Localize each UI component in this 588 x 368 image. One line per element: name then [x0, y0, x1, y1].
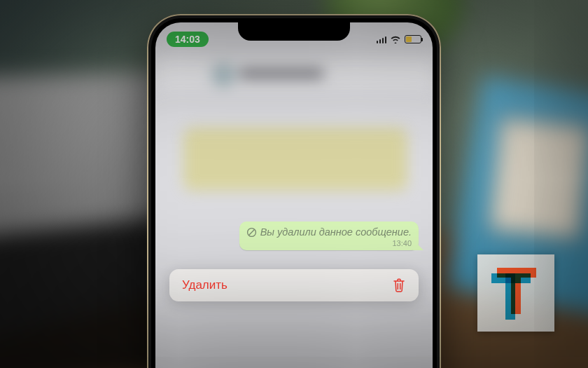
prohibited-icon — [246, 227, 257, 238]
blurred-chat-background — [155, 22, 433, 368]
notch — [238, 22, 350, 41]
wifi-icon — [390, 35, 401, 43]
deleted-message-text: Вы удалили данное сообщение. — [260, 226, 412, 238]
battery-icon — [405, 35, 421, 43]
delete-button-label: Удалить — [182, 278, 227, 292]
phone-frame: 14:03 — [147, 14, 441, 368]
svg-line-1 — [248, 229, 254, 235]
logo-watermark — [477, 254, 554, 332]
phone-screen: 14:03 — [155, 22, 433, 368]
deleted-message-bubble[interactable]: Вы удалили данное сообщение. 13:40 — [239, 222, 419, 250]
delete-button[interactable]: Удалить — [169, 269, 419, 301]
message-timestamp: 13:40 — [246, 239, 412, 247]
cellular-signal-icon — [377, 36, 387, 43]
status-time-pill: 14:03 — [167, 32, 209, 47]
trash-icon — [392, 278, 406, 293]
